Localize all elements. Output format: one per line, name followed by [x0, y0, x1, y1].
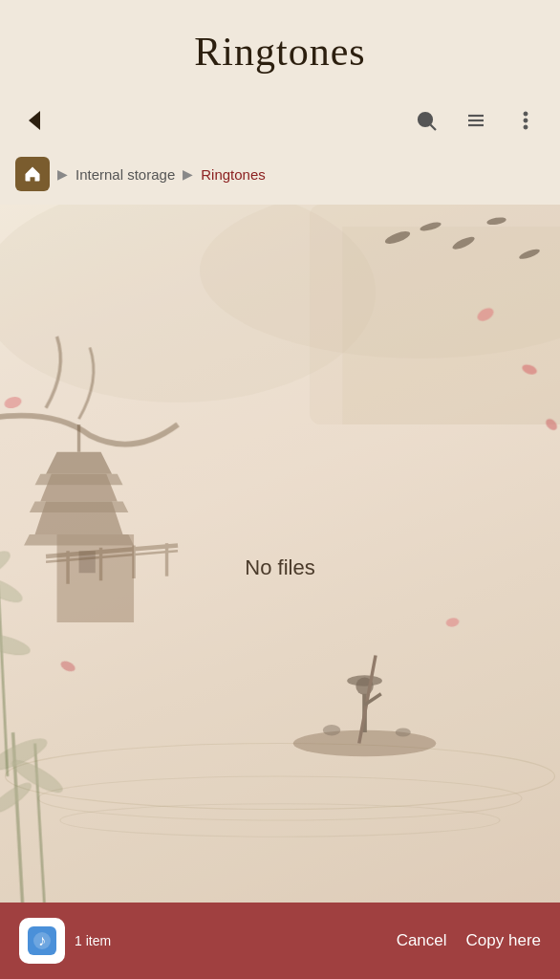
list-view-button[interactable] [461, 105, 491, 136]
file-app-icon: ♪ [19, 918, 65, 964]
page-title: Ringtones [19, 29, 541, 75]
header-area: Ringtones [0, 0, 560, 84]
back-button[interactable] [19, 105, 50, 136]
svg-point-7 [524, 112, 528, 116]
breadcrumb-separator-1: ▶ [57, 166, 68, 182]
bottom-bar: ♪ 1 item Cancel Copy here [0, 903, 560, 979]
svg-marker-18 [46, 452, 112, 474]
svg-point-39 [323, 725, 340, 736]
breadcrumb-current-folder: Ringtones [201, 166, 266, 183]
search-button[interactable] [411, 105, 442, 136]
item-count: 1 item [75, 933, 111, 948]
toolbar-right [411, 105, 541, 136]
svg-marker-21 [35, 474, 123, 486]
svg-point-40 [396, 728, 411, 736]
bottom-actions: Cancel Copy here [397, 931, 541, 950]
main-content: No files [0, 205, 560, 930]
svg-marker-19 [24, 534, 134, 546]
breadcrumb: ▶ Internal storage ▶ Ringtones [0, 147, 560, 205]
breadcrumb-internal-storage[interactable]: Internal storage [75, 166, 175, 183]
svg-point-1 [419, 113, 432, 126]
svg-point-36 [347, 675, 382, 686]
svg-point-33 [293, 730, 437, 757]
svg-marker-0 [29, 111, 40, 130]
svg-text:♪: ♪ [38, 932, 46, 948]
breadcrumb-separator-2: ▶ [183, 166, 193, 182]
copy-here-button[interactable]: Copy here [466, 931, 541, 950]
home-folder-button[interactable] [15, 157, 50, 191]
svg-point-8 [524, 119, 528, 122]
toolbar [0, 94, 560, 147]
toolbar-left [19, 105, 50, 136]
cancel-button[interactable]: Cancel [397, 931, 447, 950]
svg-line-2 [431, 125, 437, 131]
svg-marker-20 [30, 502, 129, 513]
bottom-left: ♪ 1 item [19, 918, 111, 964]
more-options-button[interactable] [510, 105, 541, 136]
svg-point-9 [524, 125, 528, 129]
no-files-message: No files [245, 555, 314, 580]
